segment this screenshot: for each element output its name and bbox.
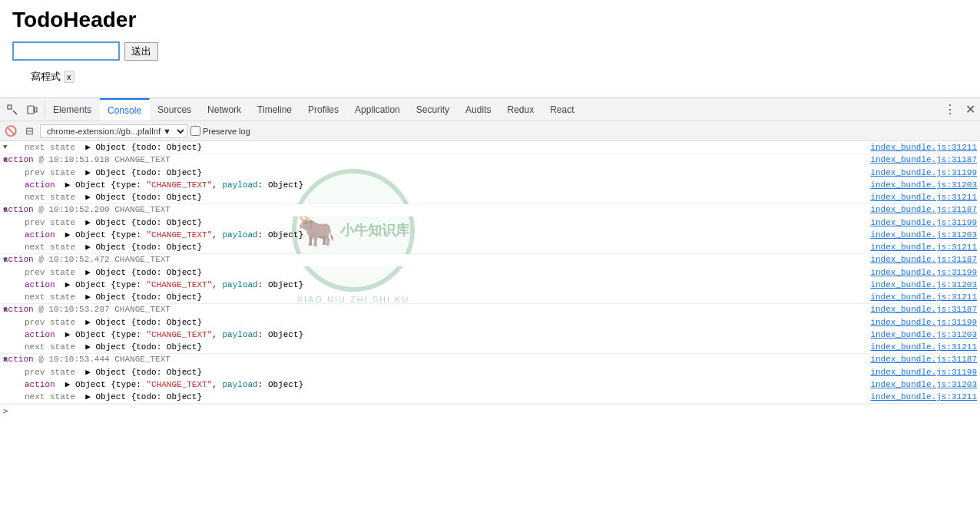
tab-react[interactable]: React [542,98,582,121]
log-row-action-header[interactable]: action @ 10:10:52.200 CHANGE_TEXT index_… [0,204,980,216]
tab-security[interactable]: Security [409,98,458,121]
svg-rect-1 [28,106,34,114]
close-devtools-icon[interactable]: ✕ [961,102,980,117]
log-link[interactable]: index_bundle.js:31199 [858,168,977,177]
preserve-log-text: Preserve log [203,127,250,136]
log-row-prev-state[interactable]: prev state ▶ Object {todo: Object} index… [0,316,980,329]
log-row-next-state[interactable]: next state ▶ Object {todo: Object} index… [0,291,980,303]
log-row-prev-state[interactable]: prev state ▶ Object {todo: Object} index… [0,216,980,229]
log-entry: action @ 10:10:53.444 CHANGE_TEXT index_… [0,354,980,404]
log-row-action[interactable]: action ▶ Object {type: "CHANGE_TEXT", pa… [0,229,980,241]
log-text: next state ▶ Object {todo: Object} [25,242,858,252]
log-text: action @ 10:10:53.444 CHANGE_TEXT [3,355,858,364]
log-link[interactable]: index_bundle.js:31211 [858,243,977,252]
console-input[interactable] [12,407,977,416]
log-link[interactable]: index_bundle.js:31211 [858,292,977,302]
log-row-next-state[interactable]: next state ▶ Object {todo: Object} index… [0,391,980,403]
app-area: TodoHeader 送出 寫程式 x [0,0,980,97]
log-row-action[interactable]: action ▶ Object {type: "CHANGE_TEXT", pa… [0,279,980,291]
devtools-panel: Elements Console Sources Network Timelin… [0,97,980,456]
log-row-action-header[interactable]: action @ 10:10:53.287 CHANGE_TEXT index_… [0,304,980,316]
log-row-next-state[interactable]: next state ▶ Object {todo: Object} index… [0,241,980,253]
device-toolbar-icon[interactable] [23,101,41,119]
log-row-action[interactable]: action ▶ Object {type: "CHANGE_TEXT", pa… [0,329,980,341]
log-link[interactable]: index_bundle.js:31187 [858,355,977,364]
todo-form: 送出 [12,41,968,61]
log-text: action ▶ Object {type: "CHANGE_TEXT", pa… [25,230,858,240]
log-entry: action @ 10:10:51.918 CHANGE_TEXT index_… [0,154,980,204]
log-link[interactable]: index_bundle.js:31211 [858,392,977,401]
log-link[interactable]: index_bundle.js:31199 [858,218,977,227]
log-entry: action @ 10:10:52.200 CHANGE_TEXT index_… [0,204,980,254]
log-text: action ▶ Object {type: "CHANGE_TEXT", pa… [25,279,858,289]
log-row-next-state[interactable]: next state ▶ Object {todo: Object} index… [0,191,980,203]
tab-profiles[interactable]: Profiles [300,98,347,121]
log-link[interactable]: index_bundle.js:31203 [858,230,977,240]
log-link[interactable]: index_bundle.js:31211 [858,193,977,202]
tab-sources[interactable]: Sources [150,98,200,121]
tab-redux[interactable]: Redux [499,98,542,121]
log-link[interactable]: index_bundle.js:31187 [858,155,977,164]
tab-application[interactable]: Application [347,98,409,121]
log-row-next-state[interactable]: next state ▶ Object {todo: Object} index… [0,341,980,353]
log-row-action[interactable]: action ▶ Object {type: "CHANGE_TEXT", pa… [0,378,980,391]
log-entry: action @ 10:10:52.472 CHANGE_TEXT index_… [0,254,980,304]
log-area[interactable]: next state ▶ Object {todo: Object} index… [0,141,980,456]
log-link[interactable]: index_bundle.js:31203 [858,280,977,289]
log-text: action @ 10:10:51.918 CHANGE_TEXT [3,155,858,164]
log-link[interactable]: index_bundle.js:31203 [858,330,977,339]
console-prompt-icon: > [3,406,8,416]
log-text: next state ▶ Object {todo: Object} [25,192,858,202]
svg-rect-0 [8,105,12,109]
log-link[interactable]: index_bundle.js:31199 [858,268,977,277]
log-row-action[interactable]: action ▶ Object {type: "CHANGE_TEXT", pa… [0,179,980,191]
devtools-tabs: Elements Console Sources Network Timelin… [45,98,939,121]
more-tabs-icon[interactable]: ⋮ [939,102,961,117]
log-row-next-state[interactable]: next state ▶ Object {todo: Object} index… [0,141,980,154]
log-link[interactable]: index_bundle.js:31211 [858,342,977,352]
tab-timeline[interactable]: Timeline [250,98,300,121]
log-link[interactable]: index_bundle.js:31199 [858,368,977,377]
log-text: action ▶ Object {type: "CHANGE_TEXT", pa… [25,379,858,389]
log-text: action ▶ Object {type: "CHANGE_TEXT", pa… [25,180,858,190]
log-link[interactable]: index_bundle.js:31203 [858,180,977,190]
submit-button[interactable]: 送出 [124,42,158,61]
svg-rect-2 [35,107,37,112]
preserve-log-checkbox[interactable] [190,126,200,136]
remove-todo-button[interactable]: x [64,71,74,83]
log-text: action ▶ Object {type: "CHANGE_TEXT", pa… [25,329,858,339]
log-link[interactable]: index_bundle.js:31199 [858,318,977,327]
log-row-action-header[interactable]: action @ 10:10:51.918 CHANGE_TEXT index_… [0,154,980,167]
console-input-row: > [0,404,980,418]
log-text: next state ▶ Object {todo: Object} [25,292,858,302]
log-row-prev-state[interactable]: prev state ▶ Object {todo: Object} index… [0,266,980,279]
log-row-action-header[interactable]: action @ 10:10:52.472 CHANGE_TEXT index_… [0,254,980,266]
log-link[interactable]: index_bundle.js:31187 [858,205,977,214]
log-row-prev-state[interactable]: prev state ▶ Object {todo: Object} index… [0,366,980,378]
log-link[interactable]: index_bundle.js:31203 [858,380,977,389]
log-text: next state ▶ Object {todo: Object} [25,392,858,401]
log-row-action-header[interactable]: action @ 10:10:53.444 CHANGE_TEXT index_… [0,354,980,366]
filter-console-icon[interactable]: ⊟ [22,124,37,139]
console-url-select[interactable]: chrome-extension://gb...pfaIlnf ▼ [40,124,187,138]
tab-network[interactable]: Network [200,98,250,121]
app-title: TodoHeader [12,8,968,32]
list-item: 寫程式 x [31,70,968,84]
log-link[interactable]: index_bundle.js:31187 [858,255,977,264]
tab-audits[interactable]: Audits [458,98,499,121]
log-text: prev state ▶ Object {todo: Object} [25,167,858,177]
log-text: prev state ▶ Object {todo: Object} [25,217,858,227]
log-text: prev state ▶ Object {todo: Object} [25,317,858,327]
tab-elements[interactable]: Elements [45,98,100,121]
log-row-prev-state[interactable]: prev state ▶ Object {todo: Object} index… [0,167,980,179]
clear-console-icon[interactable]: 🚫 [3,124,18,139]
log-text: prev state ▶ Object {todo: Object} [25,367,858,377]
log-link[interactable]: index_bundle.js:31211 [858,143,977,152]
log-link[interactable]: index_bundle.js:31187 [858,305,977,314]
preserve-log-label[interactable]: Preserve log [190,126,250,136]
todo-input[interactable] [12,41,120,61]
tab-console[interactable]: Console [100,98,150,121]
inspect-element-icon[interactable] [3,101,22,119]
log-text: prev state ▶ Object {todo: Object} [25,267,858,277]
todo-list: 寫程式 x [12,70,968,84]
